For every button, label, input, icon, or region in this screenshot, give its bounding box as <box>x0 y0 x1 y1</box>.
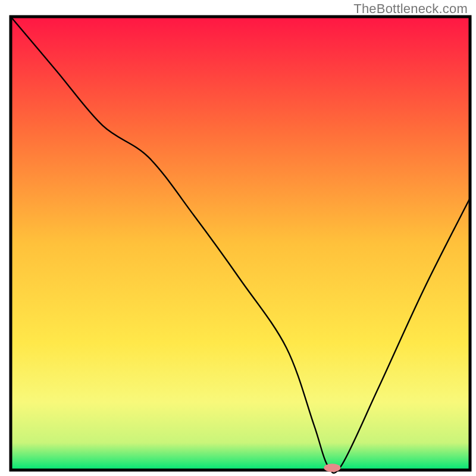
bottleneck-chart <box>0 0 476 476</box>
watermark-text: TheBottleneck.com <box>353 1 468 17</box>
plot-background <box>11 17 470 470</box>
optimal-point-marker <box>324 464 340 472</box>
chart-container: TheBottleneck.com <box>0 0 476 476</box>
